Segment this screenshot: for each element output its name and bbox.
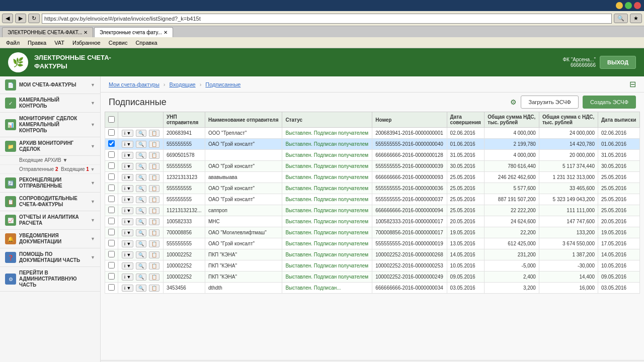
row-checkbox[interactable] (108, 162, 115, 169)
sidebar-item-docs[interactable]: 📋 СОПРОВОДИТЕЛЬНЫЕ СЧЕТА-ФАКТУРЫ ▼ (0, 193, 100, 211)
row-checkbox[interactable] (108, 229, 115, 235)
menu-file[interactable]: Файл (2, 39, 24, 47)
breadcrumb-signed[interactable]: Подписанные (205, 81, 240, 87)
row-actions[interactable]: i ▼ 🔍 📋 (118, 172, 164, 183)
row-copy[interactable]: 📋 (149, 262, 159, 269)
table-row[interactable]: i ▼ 🔍 📋 12321313123 ававывыава Выставлен… (105, 172, 640, 183)
row-search[interactable]: 🔍 (136, 152, 146, 159)
table-row[interactable]: i ▼ 🔍 📋 555555555 ОАО "Грэй консалт" Выс… (105, 139, 640, 150)
row-checkbox-cell[interactable] (105, 238, 118, 249)
row-checkbox-cell[interactable] (105, 183, 118, 194)
row-checkbox[interactable] (108, 251, 115, 257)
row-copy[interactable]: 📋 (149, 130, 159, 137)
row-actions[interactable]: i ▼ 🔍 📋 (118, 283, 164, 294)
select-all-checkbox[interactable] (108, 116, 115, 123)
sidebar-item-cam-control[interactable]: ✓ КАМЕРАЛЬНЫЙ КОНТРОЛЬ ▼ (0, 94, 100, 113)
row-actions[interactable]: i ▼ 🔍 📋 (118, 183, 164, 194)
row-actions[interactable]: i ▼ 🔍 📋 (118, 260, 164, 272)
row-actions[interactable]: i ▼ 🔍 📋 (118, 227, 164, 238)
sidebar-item-help[interactable]: ❓ ПОМОЩЬ ПО ДОКУМЕНТАЦИИ ЧАСТЬ ▼ (0, 248, 100, 267)
row-actions[interactable]: i ▼ 🔍 📋 (118, 150, 164, 161)
row-action-menu[interactable]: i ▼ (122, 251, 133, 258)
row-checkbox-cell[interactable] (105, 161, 118, 172)
row-action-menu[interactable]: i ▼ (122, 196, 133, 203)
row-checkbox-cell[interactable] (105, 249, 118, 260)
sidebar-item-admin[interactable]: ⚙ ПЕРЕЙТИ В АДМИНИСТРАТИВНУЮ ЧАСТЬ (0, 267, 100, 292)
table-row[interactable]: i ▼ 🔍 📋 100002252 ПКП "КЭНА" Выставлен. … (105, 260, 640, 272)
table-row[interactable]: i ▼ 🔍 📋 100002252 ПКП "КЭНА" Выставлен. … (105, 249, 640, 260)
sidebar-item-archive[interactable]: 📁 АРХИВ МОНИТОРИНГ СДЕЛОК ▼ (0, 137, 100, 156)
table-row[interactable]: i ▼ 🔍 📋 11213132132... саппроп Выставлен… (105, 205, 640, 216)
sidebar-item-notifications[interactable]: 🔔 УВЕДОМЛЕНИЯ ДОКУМЕНТАЦИИ ▼ (0, 230, 100, 248)
row-copy[interactable]: 📋 (149, 229, 159, 236)
table-row[interactable]: i ▼ 🔍 📋 100582333 МНС Выставлен. Подписа… (105, 216, 640, 227)
row-search[interactable]: 🔍 (136, 285, 146, 292)
forward-btn[interactable]: ▶ (15, 14, 26, 23)
row-copy[interactable]: 📋 (149, 274, 159, 281)
row-search[interactable]: 🔍 (136, 229, 146, 236)
row-checkbox-cell[interactable] (105, 272, 118, 283)
row-actions[interactable]: i ▼ 🔍 📋 (118, 161, 164, 172)
row-action-menu[interactable]: i ▼ (122, 218, 133, 225)
row-copy[interactable]: 📋 (149, 185, 159, 192)
row-search[interactable]: 🔍 (136, 196, 146, 203)
row-search[interactable]: 🔍 (136, 262, 146, 269)
row-search[interactable]: 🔍 (136, 163, 146, 170)
row-checkbox-cell[interactable] (105, 283, 118, 294)
row-actions[interactable]: i ▼ 🔍 📋 (118, 194, 164, 205)
row-copy[interactable]: 📋 (149, 285, 159, 292)
table-row[interactable]: i ▼ 🔍 📋 700008856 ОАО "Могилевлифтмаш" В… (105, 227, 640, 238)
row-actions[interactable]: i ▼ 🔍 📋 (118, 216, 164, 227)
row-action-menu[interactable]: i ▼ (122, 240, 133, 247)
row-action-menu[interactable]: i ▼ (122, 262, 133, 269)
sidebar-item-incoming[interactable]: Входящие АРХИВ ▼ (0, 156, 100, 165)
select-all-header[interactable] (105, 112, 118, 128)
row-actions[interactable]: i ▼ 🔍 📋 (118, 139, 164, 150)
row-checkbox[interactable] (108, 129, 115, 136)
sidebar-item-reports[interactable]: 📈 ОТЧЕТЫ И АНАЛИТИКА РАСЧЕТА ▼ (0, 211, 100, 230)
row-copy[interactable]: 📋 (149, 152, 159, 159)
row-copy[interactable]: 📋 (149, 141, 159, 148)
row-copy[interactable]: 📋 (149, 207, 159, 214)
row-checkbox[interactable] (108, 273, 115, 280)
menu-help[interactable]: Справка (131, 39, 161, 47)
row-checkbox[interactable] (108, 284, 115, 291)
table-row[interactable]: i ▼ 🔍 📋 555555555 ОАО "Грэй консалт" Выс… (105, 183, 640, 194)
row-action-menu[interactable]: i ▼ (122, 185, 133, 192)
sidebar-item-monitoring[interactable]: 📊 МОНИТОРИНГ СДЕЛОК КАМЕРАЛЬНЫЙ КОНТРОЛЬ… (0, 113, 100, 137)
row-copy[interactable]: 📋 (149, 240, 159, 247)
row-checkbox[interactable] (108, 218, 115, 224)
row-checkbox[interactable] (108, 185, 115, 191)
filter-icon[interactable]: ⊟ (629, 79, 636, 89)
row-search[interactable]: 🔍 (136, 240, 146, 247)
row-checkbox[interactable] (108, 196, 115, 202)
row-checkbox[interactable] (108, 151, 115, 158)
row-action-menu[interactable]: i ▼ (122, 130, 133, 137)
row-checkbox[interactable] (108, 262, 115, 268)
row-checkbox-cell[interactable] (105, 128, 118, 139)
row-search[interactable]: 🔍 (136, 130, 146, 137)
menu-edit[interactable]: Правка (24, 39, 50, 47)
breadcrumb-incoming[interactable]: Входящие (170, 81, 196, 87)
row-copy[interactable]: 📋 (149, 251, 159, 258)
row-action-menu[interactable]: i ▼ (122, 174, 133, 181)
menu-favorites[interactable]: Избранное (68, 39, 105, 47)
row-checkbox-cell[interactable] (105, 260, 118, 272)
row-checkbox-cell[interactable] (105, 194, 118, 205)
row-checkbox[interactable] (108, 173, 115, 180)
address-bar[interactable] (42, 14, 612, 24)
row-action-menu[interactable]: i ▼ (122, 274, 133, 281)
menu-vat[interactable]: VAT (50, 39, 68, 47)
row-copy[interactable]: 📋 (149, 218, 159, 225)
row-action-menu[interactable]: i ▼ (122, 207, 133, 214)
row-actions[interactable]: i ▼ 🔍 📋 (118, 128, 164, 139)
row-action-menu[interactable]: i ▼ (122, 152, 133, 159)
row-search[interactable]: 🔍 (136, 274, 146, 281)
table-row[interactable]: i ▼ 🔍 📋 3453456 dthdth Выставлен. Подпис… (105, 283, 640, 294)
settings-gear-icon[interactable]: ⚙ (510, 98, 517, 106)
menu-service[interactable]: Сервис (105, 39, 132, 47)
row-copy[interactable]: 📋 (149, 196, 159, 203)
row-actions[interactable]: i ▼ 🔍 📋 (118, 272, 164, 283)
table-row[interactable]: i ▼ 🔍 📋 200683941 ООО "Трепласт" Выставл… (105, 128, 640, 139)
row-search[interactable]: 🔍 (136, 218, 146, 225)
